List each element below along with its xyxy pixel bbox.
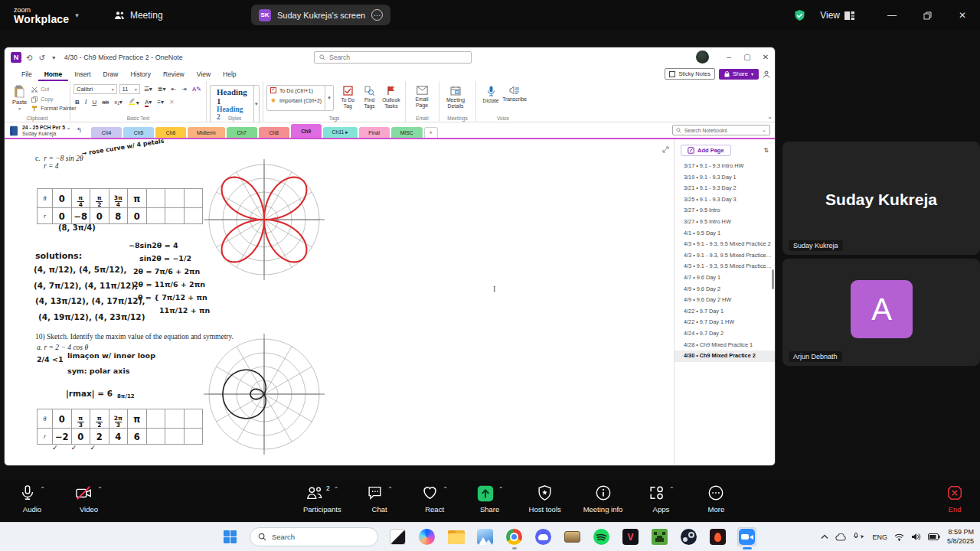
share-button[interactable]: ⌃Share xyxy=(473,484,507,514)
onenote-search-box[interactable]: Search xyxy=(314,51,472,64)
chevron-up-icon[interactable]: ⌃ xyxy=(498,486,504,493)
page-item[interactable]: 3/19 • 9.1 - 9.3 Day 1 xyxy=(675,172,775,184)
notebook-switcher[interactable]: 24 - 25 PCH Per 5 ⌄ Suday Kukreja xyxy=(22,125,71,137)
recent-pages-icon[interactable]: ↰ xyxy=(77,126,83,134)
battery-icon[interactable] xyxy=(928,533,940,540)
highlighter-button[interactable]: ▾ xyxy=(126,97,141,106)
video-tile-suday[interactable]: Suday Kukreja Suday Kukreja xyxy=(782,142,980,255)
minimize-button[interactable]: — xyxy=(874,0,910,31)
find-tags-button[interactable]: Find Tags xyxy=(358,83,380,114)
paste-button[interactable]: Paste ▾ xyxy=(8,83,31,113)
format-styles-button[interactable]: A✎ xyxy=(191,86,203,93)
onenote-close-button[interactable]: ✕ xyxy=(756,47,775,66)
search-notebooks-box[interactable]: Search Notebooks ⌄ xyxy=(672,125,770,135)
taskbar-search[interactable]: Search xyxy=(250,527,378,546)
participants-button[interactable]: 2⌃Participants xyxy=(303,484,341,514)
minecraft-app-icon[interactable] xyxy=(650,527,669,546)
page-item[interactable]: 4/22 • 9.7 Day 1 xyxy=(675,306,775,318)
file-explorer-app-icon[interactable] xyxy=(446,527,466,546)
apps-button[interactable]: ⌃Apps xyxy=(644,484,678,514)
view-button[interactable]: View xyxy=(820,10,854,21)
menu-view[interactable]: View xyxy=(191,69,217,81)
discord-app-icon[interactable] xyxy=(534,527,553,546)
chevron-up-icon[interactable]: ⌃ xyxy=(669,486,675,493)
page-item[interactable]: 3/17 • 9.1 - 9.3 Intro HW xyxy=(675,161,775,172)
page-item[interactable]: 3/27 • 9.5 Intro HW xyxy=(675,217,775,228)
transcribe-button[interactable]: Transcribe xyxy=(502,83,527,114)
section-tab-midterm[interactable]: Midterm xyxy=(188,127,225,138)
page-item[interactable]: 4/9 • 9.6 Day 2 xyxy=(675,284,775,295)
onedrive-cloud-icon[interactable] xyxy=(835,533,847,541)
spotify-app-icon[interactable] xyxy=(592,527,611,546)
customize-quick-access-icon[interactable]: ▼ xyxy=(51,55,57,60)
page-item[interactable]: 3/21 • 9.1 - 9.3 Day 2 xyxy=(675,183,775,194)
chevron-up-icon[interactable]: ⌃ xyxy=(334,486,339,493)
host-tools-button[interactable]: Host tools xyxy=(528,484,562,514)
chevron-up-icon[interactable]: ⌃ xyxy=(443,486,448,493)
note-canvas[interactable]: c. r = −8 sin 2θ r = 4 → rose curve w/ 4… xyxy=(5,139,674,465)
tag-todo[interactable]: To Do (Ctrl+1) xyxy=(267,86,325,95)
chevron-down-icon[interactable]: ▾ xyxy=(75,11,79,19)
font-name-select[interactable]: Calibri▾ xyxy=(74,84,117,94)
chevron-up-icon[interactable]: ⌃ xyxy=(97,486,103,493)
menu-review[interactable]: Review xyxy=(157,69,191,81)
underline-button[interactable]: U xyxy=(90,99,98,106)
tab-meeting[interactable]: Meeting xyxy=(114,10,163,21)
chrome-app-icon[interactable] xyxy=(505,527,524,546)
cut-button[interactable]: Cut xyxy=(31,86,76,94)
menu-home[interactable]: Home xyxy=(38,69,69,81)
presence-person-icon[interactable] xyxy=(763,70,770,78)
page-item[interactable]: 4/28 • Ch9 Mixed Practice 1 xyxy=(675,340,775,351)
section-tab-ch9[interactable]: Ch9 xyxy=(291,124,322,138)
section-tab-ch8[interactable]: Ch8 xyxy=(259,127,289,138)
font-size-select[interactable]: 11▾ xyxy=(119,84,140,94)
nav-back-icon[interactable]: ⟲ xyxy=(26,54,32,62)
collapse-ribbon-chevron[interactable]: ⌄ xyxy=(767,113,773,120)
menu-insert[interactable]: Insert xyxy=(68,69,96,81)
scrollbar-thumb[interactable] xyxy=(772,269,774,289)
expand-page-icon[interactable] xyxy=(662,142,669,156)
close-button[interactable]: ✕ xyxy=(945,0,980,31)
chevron-up-icon[interactable]: ⌃ xyxy=(387,486,393,493)
onenote-share-button[interactable]: Share ▾ xyxy=(719,69,759,80)
onenote-maximize-button[interactable]: ▢ xyxy=(738,47,756,66)
italic-button[interactable]: I xyxy=(83,99,89,106)
page-item[interactable]: 4/24 • 9.7 Day 2 xyxy=(675,328,775,340)
start-button[interactable] xyxy=(220,527,240,546)
undo-icon[interactable]: ↺ xyxy=(38,54,44,62)
email-page-button[interactable]: Email Page xyxy=(409,83,435,109)
shared-screen-pill[interactable]: SK Suday Kukreja's screen ⋯ xyxy=(251,5,390,25)
tags-scroll[interactable]: ▾ xyxy=(325,86,333,110)
menu-file[interactable]: File xyxy=(15,69,38,81)
paragraph-align-button[interactable]: ≡▾ xyxy=(155,99,165,106)
page-item[interactable]: 4/30 • Ch9 Mixed Practice 2 xyxy=(675,350,775,362)
restore-button[interactable] xyxy=(910,0,945,31)
onenote-minimize-button[interactable]: – xyxy=(720,47,738,66)
photos-app-icon[interactable] xyxy=(475,527,495,546)
section-tab-final[interactable]: Final xyxy=(359,127,390,138)
section-tab-misc[interactable]: MISC xyxy=(391,127,423,138)
chat-button[interactable]: ⌃Chat xyxy=(363,484,397,514)
taskbar-clock[interactable]: 8:59 PM 5/8/2025 xyxy=(947,528,974,546)
increase-indent-button[interactable]: ⇥ xyxy=(180,86,188,93)
sort-pages-icon[interactable]: ⇅ xyxy=(763,147,769,154)
style-heading1[interactable]: Heading 1 xyxy=(217,87,247,106)
more-button[interactable]: More xyxy=(699,484,733,514)
sticky-notes-button[interactable]: Sticky Notes xyxy=(665,68,715,80)
page-item[interactable]: 4/3 • 9.1 - 9.3, 9.5 Mixed Practice 2 xyxy=(675,239,775,250)
account-avatar[interactable] xyxy=(696,51,709,64)
valorant-app-icon[interactable]: V xyxy=(621,527,640,546)
page-item[interactable]: 4/7 • 9.6 Day 1 xyxy=(675,272,775,284)
add-page-button[interactable]: Add Page xyxy=(681,145,731,156)
numbered-list-button[interactable]: ≣▾ xyxy=(156,86,168,93)
section-tab-ch5[interactable]: Ch5 xyxy=(123,127,154,138)
more-options-icon[interactable]: ⋯ xyxy=(371,9,383,21)
chevron-up-icon[interactable]: ⌃ xyxy=(40,486,45,493)
strikethrough-button[interactable]: ab xyxy=(100,99,110,106)
section-tab-ch6[interactable]: Ch6 xyxy=(155,127,186,138)
page-item[interactable]: 4/3 • 9.1 - 9.3, 9.5 Mixed Practice 2 ..… xyxy=(675,250,775,262)
menu-history[interactable]: History xyxy=(124,69,156,81)
section-tab-ch7[interactable]: Ch7 xyxy=(227,127,257,138)
subscript-button[interactable]: x₁▾ xyxy=(113,99,124,106)
page-item[interactable]: 4/22 • 9.7 Day 1 HW xyxy=(675,317,775,328)
